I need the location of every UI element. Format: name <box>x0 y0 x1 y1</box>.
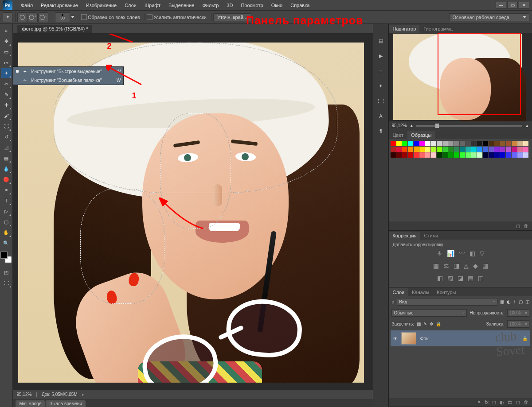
rail-properties-icon[interactable]: ≡ <box>375 66 387 75</box>
swatch[interactable] <box>391 147 396 152</box>
swatch[interactable] <box>419 147 425 152</box>
swatch[interactable] <box>494 141 500 146</box>
tab-adjustments[interactable]: Коррекция <box>389 232 420 240</box>
rail-brushes-icon[interactable]: ✦ <box>375 81 387 90</box>
pen-tool[interactable]: ✒ <box>1 185 12 195</box>
swatch[interactable] <box>402 152 407 158</box>
swatch[interactable] <box>471 152 477 158</box>
brightness-icon[interactable]: ☀ <box>437 250 442 257</box>
layer-filter-dropdown[interactable]: Вид÷ <box>397 298 497 306</box>
balance-icon[interactable]: ⚖ <box>443 262 449 269</box>
eyedropper-tool[interactable]: ✎ <box>1 89 12 99</box>
swatch[interactable] <box>425 147 430 152</box>
lookup-icon[interactable]: ▦ <box>482 262 488 269</box>
swatch[interactable] <box>517 147 523 152</box>
add-selection-icon[interactable]: ◯⁺ <box>28 12 38 22</box>
swatch[interactable] <box>466 141 471 146</box>
tab-toggle-icon[interactable]: » <box>1 26 12 35</box>
filter-shape-icon[interactable]: ▢ <box>519 299 523 304</box>
exposure-icon[interactable]: ◧ <box>469 250 475 257</box>
invert-icon[interactable]: ◧ <box>437 275 443 282</box>
swatch[interactable] <box>442 152 448 158</box>
document-tab[interactable]: фото.jpg @ 95,1% (RGB/8#) * <box>17 25 92 33</box>
menu-help[interactable]: Справка <box>286 3 313 8</box>
type-tool[interactable]: T <box>1 196 12 205</box>
swatch[interactable] <box>396 152 402 158</box>
brush-size-picker[interactable]: 30 <box>55 12 70 22</box>
canvas[interactable]: ✦ Инструмент "Быстрое выделение" W ✧ Инс… <box>13 34 373 389</box>
swatch[interactable] <box>396 141 402 146</box>
swatch[interactable] <box>477 141 482 146</box>
hand-tool[interactable]: ✋ <box>1 228 12 237</box>
swatch[interactable] <box>402 147 407 152</box>
swatch[interactable] <box>506 141 511 146</box>
swatch[interactable] <box>442 141 448 146</box>
rail-paragraph-icon[interactable]: ¶ <box>375 127 387 136</box>
menu-view[interactable]: Просмотр <box>237 3 267 8</box>
delete-swatch-icon[interactable]: 🗑 <box>524 223 528 229</box>
swatch[interactable] <box>512 141 517 146</box>
menu-3d[interactable]: 3D <box>223 3 237 8</box>
auto-enhance-checkbox[interactable] <box>147 14 153 20</box>
opacity-input[interactable]: 100%▾ <box>507 309 529 317</box>
new-adjustment-icon[interactable]: ◐ <box>500 399 504 405</box>
swatch[interactable] <box>500 147 505 152</box>
filter-smart-icon[interactable]: ◫ <box>525 299 529 304</box>
swatch[interactable] <box>471 141 477 146</box>
quick-select-tool[interactable]: ✦ <box>1 68 12 78</box>
swatches-grid[interactable] <box>391 141 530 158</box>
swatch[interactable] <box>448 152 454 158</box>
navigator-zoom-slider[interactable] <box>416 125 522 127</box>
link-layers-icon[interactable]: ⚭ <box>477 399 481 405</box>
swatch[interactable] <box>425 152 430 158</box>
swatch[interactable] <box>517 141 523 146</box>
tab-color[interactable]: Цвет <box>389 131 407 139</box>
posterize-icon[interactable]: ▨ <box>447 275 453 282</box>
swatch[interactable] <box>431 141 436 146</box>
zoom-out-icon[interactable]: ▲ <box>409 123 414 128</box>
swatch[interactable] <box>523 141 528 146</box>
swatch[interactable] <box>512 147 517 152</box>
swatch[interactable] <box>506 152 511 158</box>
quick-mask-tool[interactable]: ◰ <box>1 267 12 277</box>
minimize-button[interactable]: — <box>496 2 506 9</box>
lock-position-icon[interactable]: ✥ <box>430 322 433 326</box>
new-swatch-icon[interactable]: ◻ <box>516 223 520 229</box>
rectangle-tool[interactable]: ▢ <box>1 217 12 227</box>
stamp-tool[interactable]: ⛶ <box>1 121 12 131</box>
brush-tool[interactable]: 🖌 <box>1 111 12 120</box>
swatch[interactable] <box>494 152 500 158</box>
menu-select[interactable]: Выделение <box>164 3 198 8</box>
screen-mode-tool[interactable]: ⛶ <box>1 278 12 288</box>
blur-tool[interactable]: 💧 <box>1 164 12 174</box>
tab-timeline[interactable]: Шкала времени <box>46 400 85 407</box>
vibrance-icon[interactable]: ▽ <box>480 250 485 257</box>
swatch[interactable] <box>466 147 471 152</box>
dodge-tool[interactable]: 🔴 <box>1 174 12 184</box>
swatch[interactable] <box>419 141 425 146</box>
swatch[interactable] <box>500 152 505 158</box>
foreground-color-swatch[interactable] <box>0 252 8 259</box>
swatch[interactable] <box>425 141 430 146</box>
swatch[interactable] <box>500 141 505 146</box>
sample-all-checkbox[interactable] <box>81 14 87 20</box>
swatch[interactable] <box>448 141 454 146</box>
swatch[interactable] <box>391 141 396 146</box>
swatch[interactable] <box>512 152 517 158</box>
swatch[interactable] <box>448 147 454 152</box>
channel-mixer-icon[interactable]: ◆ <box>473 262 478 269</box>
swatch[interactable] <box>437 141 442 146</box>
tab-navigator[interactable]: Навигатор <box>389 25 419 33</box>
close-button[interactable]: ✕ <box>519 2 529 9</box>
swatch[interactable] <box>454 141 459 146</box>
swatch[interactable] <box>437 147 442 152</box>
swatch[interactable] <box>431 152 436 158</box>
swatch[interactable] <box>437 152 442 158</box>
navigator-zoom[interactable]: 95,12% <box>391 123 407 128</box>
status-zoom[interactable]: 95,12% <box>16 392 31 397</box>
path-select-tool[interactable]: ▷ <box>1 206 12 216</box>
swatch[interactable] <box>454 147 459 152</box>
swatch[interactable] <box>477 152 482 158</box>
tab-histogram[interactable]: Гистограмма <box>420 25 456 33</box>
lock-pixels-icon[interactable]: ✎ <box>423 322 427 326</box>
